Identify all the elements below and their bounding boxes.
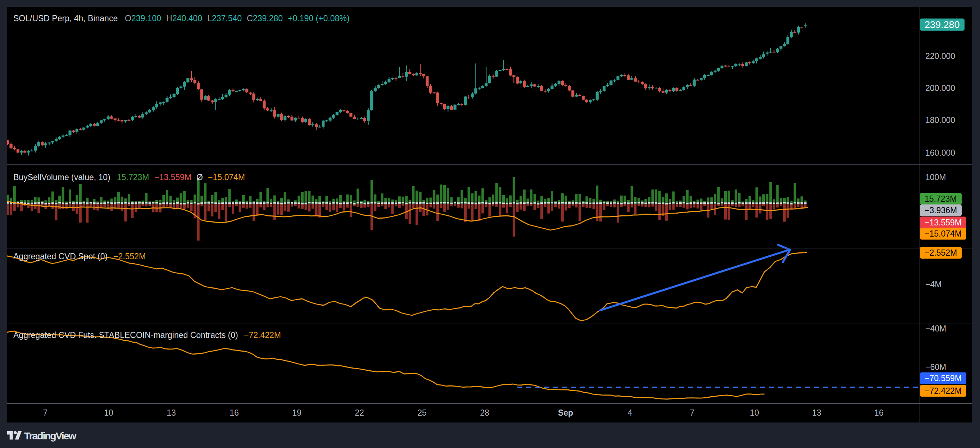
svg-text:−3.936M: −3.936M xyxy=(924,206,957,215)
svg-text:BuySellVolume (value, 10): BuySellVolume (value, 10) xyxy=(13,173,110,182)
svg-text:H: H xyxy=(166,14,172,23)
svg-text:16: 16 xyxy=(874,408,884,418)
svg-text:7: 7 xyxy=(690,408,695,418)
svg-text:200.000: 200.000 xyxy=(925,83,955,93)
svg-text:−70.559M: −70.559M xyxy=(924,373,962,383)
svg-text:4: 4 xyxy=(628,408,632,418)
svg-text:15.723M: 15.723M xyxy=(117,173,149,182)
svg-text:L: L xyxy=(207,14,212,23)
svg-text:−13.559M: −13.559M xyxy=(154,173,191,182)
svg-text:220.000: 220.000 xyxy=(925,51,955,61)
svg-text:16: 16 xyxy=(229,408,239,418)
svg-text:−60M: −60M xyxy=(925,362,946,372)
svg-text:237.540: 237.540 xyxy=(212,14,242,23)
svg-text:13: 13 xyxy=(167,408,176,418)
svg-text:−15.074M: −15.074M xyxy=(924,229,962,238)
svg-text:TradingView: TradingView xyxy=(24,430,76,442)
svg-text:C: C xyxy=(247,14,253,23)
svg-text:240.400: 240.400 xyxy=(172,14,202,23)
svg-text:25: 25 xyxy=(417,408,427,418)
svg-text:239.100: 239.100 xyxy=(131,14,161,23)
svg-text:100M: 100M xyxy=(925,173,946,182)
svg-text:+0.190 (+0.08%): +0.190 (+0.08%) xyxy=(288,14,349,23)
svg-text:−72.422M: −72.422M xyxy=(924,386,962,396)
svg-text:−2.552M: −2.552M xyxy=(113,252,146,261)
svg-text:19: 19 xyxy=(292,408,301,418)
svg-text:7: 7 xyxy=(43,408,48,418)
svg-text:Ø: Ø xyxy=(196,173,203,182)
svg-text:15.723M: 15.723M xyxy=(924,194,957,203)
svg-text:SOL/USD Perp, 4h, Binance: SOL/USD Perp, 4h, Binance xyxy=(13,14,118,23)
svg-text:−13.559M: −13.559M xyxy=(924,218,962,227)
svg-text:239.280: 239.280 xyxy=(924,19,960,30)
svg-text:−2.552M: −2.552M xyxy=(924,248,957,257)
svg-text:180.000: 180.000 xyxy=(925,115,955,125)
svg-text:239.280: 239.280 xyxy=(253,14,283,23)
svg-text:O: O xyxy=(125,14,131,23)
svg-text:22: 22 xyxy=(355,408,364,418)
svg-text:Aggregated CVD Futs. STABLECOI: Aggregated CVD Futs. STABLECOIN-margined… xyxy=(13,330,238,340)
svg-text:−72.422M: −72.422M xyxy=(244,330,281,340)
svg-text:10: 10 xyxy=(104,408,113,418)
svg-text:13: 13 xyxy=(812,408,821,418)
svg-text:Aggregated CVD Spot (0): Aggregated CVD Spot (0) xyxy=(13,252,108,261)
svg-text:−40M: −40M xyxy=(925,324,946,333)
svg-text:28: 28 xyxy=(480,408,489,418)
svg-text:160.000: 160.000 xyxy=(925,148,955,157)
svg-text:Sep: Sep xyxy=(558,408,573,418)
svg-text:10: 10 xyxy=(750,408,759,418)
svg-text:−15.074M: −15.074M xyxy=(208,173,245,182)
svg-text:−4M: −4M xyxy=(925,280,942,289)
